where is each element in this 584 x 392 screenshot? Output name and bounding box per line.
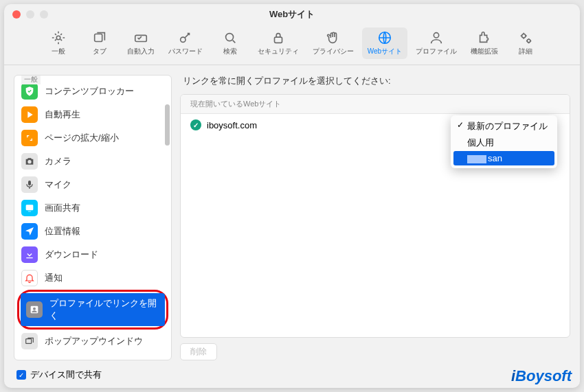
sidebar-scrollbar[interactable] bbox=[165, 77, 170, 358]
autofill-icon bbox=[133, 30, 148, 45]
sidebar-item-popup-windows[interactable]: ポップアップウインドウ bbox=[14, 330, 171, 353]
svg-point-4 bbox=[225, 34, 233, 41]
svg-point-7 bbox=[434, 33, 439, 38]
site-favicon: ✓ bbox=[190, 119, 201, 130]
toolbar-security[interactable]: セキュリティ bbox=[252, 27, 304, 59]
camera-icon bbox=[21, 153, 38, 170]
mic-icon bbox=[21, 176, 38, 193]
sidebar-item-page-zoom[interactable]: ページの拡大/縮小 bbox=[14, 126, 171, 150]
toolbar-privacy[interactable]: プライバシー bbox=[307, 27, 359, 59]
instruction-label: リンクを常に開くプロファイルを選択してください: bbox=[180, 75, 570, 87]
person-icon bbox=[429, 30, 444, 45]
search-icon bbox=[223, 30, 238, 45]
sidebar-item-location[interactable]: 位置情報 bbox=[14, 220, 171, 243]
sidebar-item-camera[interactable]: カメラ bbox=[14, 150, 171, 173]
toolbar-advanced[interactable]: 詳細 bbox=[506, 27, 545, 59]
column-header: 現在開いているWebサイト bbox=[181, 95, 570, 114]
svg-point-8 bbox=[522, 34, 526, 38]
popup-icon bbox=[21, 333, 38, 349]
sidebar-item-downloads[interactable]: ダウンロード bbox=[14, 243, 171, 266]
svg-rect-1 bbox=[94, 34, 102, 42]
toolbar-extensions[interactable]: 機能拡張 bbox=[465, 27, 504, 59]
sidebar-item-microphone[interactable]: マイク bbox=[14, 173, 171, 196]
minimize-window-button[interactable] bbox=[26, 10, 34, 19]
sidebar-item-notifications[interactable]: 通知 bbox=[14, 266, 171, 290]
lock-icon bbox=[271, 30, 286, 45]
dropdown-option-personal[interactable]: 個人用 bbox=[453, 135, 554, 151]
main-panel: リンクを常に開くプロファイルを選択してください: 現在開いているWebサイト ✓… bbox=[180, 75, 570, 360]
share-across-devices-checkbox[interactable]: ✓ bbox=[16, 370, 26, 380]
close-window-button[interactable] bbox=[12, 10, 21, 19]
shield-check-icon bbox=[21, 83, 38, 100]
location-icon bbox=[21, 223, 38, 240]
watermark-logo: iBoysoft bbox=[511, 367, 572, 385]
delete-button[interactable]: 削除 bbox=[180, 343, 217, 360]
preferences-window: Webサイト 一般 タブ 自動入力 パスワード 検索 セキュリティ プライバシー… bbox=[4, 4, 580, 388]
key-icon bbox=[178, 30, 193, 45]
svg-point-0 bbox=[56, 36, 60, 40]
tabs-icon bbox=[92, 30, 107, 45]
svg-rect-11 bbox=[28, 211, 31, 212]
globe-icon bbox=[377, 30, 392, 45]
footer: ✓ デバイス間で共有 bbox=[4, 365, 580, 388]
zoom-window-button[interactable] bbox=[40, 10, 48, 19]
toolbar-websites[interactable]: Webサイト bbox=[362, 27, 407, 59]
share-across-devices-label: デバイス間で共有 bbox=[30, 369, 102, 381]
preferences-toolbar: 一般 タブ 自動入力 パスワード 検索 セキュリティ プライバシー Webサイト… bbox=[4, 25, 580, 65]
toolbar-tabs[interactable]: タブ bbox=[80, 27, 119, 59]
toolbar-general[interactable]: 一般 bbox=[39, 27, 78, 59]
screen-icon bbox=[21, 200, 38, 216]
gears-icon bbox=[518, 30, 533, 45]
zoom-icon bbox=[21, 130, 38, 146]
toolbar-search[interactable]: 検索 bbox=[211, 27, 249, 59]
dropdown-option-san[interactable]: san bbox=[453, 151, 554, 165]
sidebar: 一般 コンテンツブロッカー 自動再生 ページの拡大/縮小 カメラ マイク 画面共… bbox=[14, 75, 172, 360]
sidebar-section-label: 一般 bbox=[21, 75, 41, 84]
svg-point-3 bbox=[180, 37, 185, 42]
gear-icon bbox=[51, 30, 66, 45]
hand-icon bbox=[326, 30, 341, 45]
profile-dropdown[interactable]: 最新のプロファイル 個人用 san bbox=[451, 115, 557, 168]
sidebar-item-highlight: プロファイルでリンクを開く bbox=[17, 290, 168, 330]
svg-rect-2 bbox=[135, 35, 147, 41]
titlebar: Webサイト bbox=[4, 4, 580, 25]
svg-point-9 bbox=[527, 39, 530, 43]
sidebar-item-open-links-in-profile[interactable]: プロファイルでリンクを開く bbox=[21, 293, 165, 326]
download-icon bbox=[21, 246, 38, 263]
play-icon bbox=[21, 106, 38, 123]
dropdown-option-latest[interactable]: 最新のプロファイル bbox=[453, 118, 554, 135]
window-title: Webサイト bbox=[269, 8, 315, 21]
svg-point-13 bbox=[33, 308, 36, 310]
redacted-text bbox=[467, 155, 486, 163]
sidebar-item-autoplay[interactable]: 自動再生 bbox=[14, 103, 171, 126]
sidebar-item-screen-sharing[interactable]: 画面共有 bbox=[14, 196, 171, 220]
svg-rect-14 bbox=[26, 339, 32, 344]
puzzle-icon bbox=[477, 30, 492, 45]
svg-rect-10 bbox=[26, 205, 34, 210]
toolbar-profiles[interactable]: プロファイル bbox=[410, 27, 462, 59]
site-domain: iboysoft.com bbox=[207, 120, 257, 130]
toolbar-passwords[interactable]: パスワード bbox=[163, 27, 208, 59]
website-table: 現在開いているWebサイト ✓ iboysoft.com 最新のプロファイル 個… bbox=[180, 94, 570, 338]
toolbar-autofill[interactable]: 自動入力 bbox=[122, 27, 160, 59]
profile-icon bbox=[26, 301, 43, 318]
bell-icon bbox=[21, 270, 38, 286]
svg-rect-5 bbox=[274, 37, 282, 43]
